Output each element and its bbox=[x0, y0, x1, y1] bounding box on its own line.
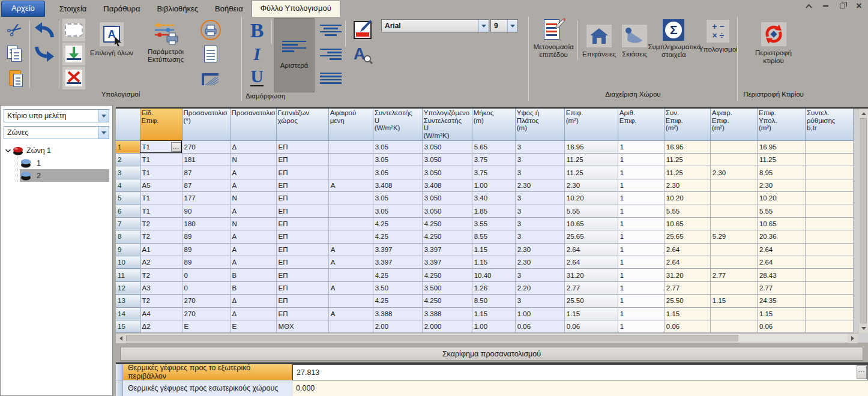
surfaces-button[interactable]: Επιφάνειες bbox=[580, 23, 618, 59]
table-cell[interactable]: 3 bbox=[515, 217, 564, 230]
scroll-thumb[interactable] bbox=[860, 118, 867, 323]
table-cell[interactable]: 180 bbox=[182, 217, 230, 230]
table-cell[interactable]: 1.15 bbox=[757, 307, 805, 320]
table-cell[interactable]: 3.40 bbox=[472, 192, 515, 205]
table-cell[interactable]: 16.95 bbox=[564, 140, 618, 153]
table-cell[interactable]: Ε bbox=[230, 320, 276, 333]
table-cell[interactable]: Α bbox=[328, 281, 373, 294]
column-header[interactable]: Προσανατολισ (°) bbox=[182, 109, 230, 140]
table-cell[interactable]: 3.05 bbox=[373, 140, 422, 153]
thermal-value-external[interactable]: 27.813 ... bbox=[292, 364, 868, 380]
table-cell[interactable]: 10.40 bbox=[472, 269, 515, 281]
table-cell[interactable]: 90 bbox=[182, 205, 230, 217]
table-cell[interactable]: 3.397 bbox=[373, 243, 422, 256]
restore-button[interactable] bbox=[837, 2, 848, 10]
table-cell[interactable]: 3 bbox=[515, 140, 564, 153]
table-cell[interactable]: 3.50 bbox=[373, 281, 422, 294]
row-number[interactable]: 14 bbox=[116, 307, 140, 320]
table-cell[interactable]: 2.77 bbox=[564, 281, 618, 294]
table-cell[interactable] bbox=[805, 153, 853, 166]
menu-item-elements[interactable]: Στοιχεία bbox=[51, 1, 95, 17]
table-cell[interactable]: 2.64 bbox=[757, 256, 805, 269]
table-cell[interactable] bbox=[710, 243, 757, 256]
table-cell[interactable] bbox=[805, 192, 853, 205]
table-cell[interactable]: 270 bbox=[182, 307, 230, 320]
table-cell[interactable]: 4.250 bbox=[422, 230, 472, 243]
row-number[interactable]: 1 bbox=[116, 140, 140, 153]
table-cell[interactable]: 4.25 bbox=[373, 217, 422, 230]
column-header[interactable]: Επιφ. (m²) bbox=[564, 109, 618, 140]
table-cell[interactable]: Ν bbox=[230, 217, 276, 230]
table-cell[interactable] bbox=[805, 166, 853, 179]
calculations-button[interactable]: + −× ÷ Υπολογισμοί bbox=[696, 18, 740, 55]
undo-button[interactable] bbox=[33, 19, 56, 41]
scroll-thumb[interactable] bbox=[126, 335, 738, 341]
table-cell[interactable]: Α bbox=[328, 179, 373, 191]
horizontal-scrollbar[interactable] bbox=[116, 333, 858, 343]
table-cell[interactable]: 3.408 bbox=[373, 179, 422, 191]
table-cell[interactable]: 10.20 bbox=[664, 192, 710, 205]
table-cell[interactable]: 2.64 bbox=[757, 243, 805, 256]
table-cell[interactable] bbox=[805, 269, 853, 281]
table-cell[interactable]: Α bbox=[230, 230, 276, 243]
column-header[interactable]: Είδ. Επιφ. bbox=[140, 109, 182, 140]
table-cell[interactable]: 25.65 bbox=[564, 230, 618, 243]
table-cell[interactable]: 3.050 bbox=[422, 192, 472, 205]
column-header[interactable]: Γειτνιάζων χώρος bbox=[276, 109, 328, 140]
table-cell[interactable]: Α bbox=[328, 256, 373, 269]
table-cell[interactable]: Α bbox=[230, 205, 276, 217]
table-cell[interactable]: Β bbox=[230, 269, 276, 281]
table-cell[interactable]: 4.25 bbox=[373, 295, 422, 307]
table-cell[interactable]: 1 bbox=[618, 281, 664, 294]
table-cell[interactable]: ΕΠ bbox=[276, 153, 328, 166]
column-header[interactable]: Συν. Επιφ. (m²) bbox=[664, 109, 710, 140]
print-params-button[interactable]: Παράμετροι Εκτύπωσης bbox=[137, 20, 194, 65]
font-family-select[interactable]: Arial bbox=[381, 19, 489, 32]
table-cell[interactable] bbox=[805, 281, 853, 294]
table-cell[interactable]: 3 bbox=[515, 295, 564, 307]
table-cell[interactable] bbox=[805, 230, 853, 243]
table-cell[interactable]: Τ2 bbox=[140, 295, 182, 307]
table-cell[interactable]: 3.75 bbox=[472, 166, 515, 179]
menu-item-windows[interactable]: Παράθυρα bbox=[95, 1, 148, 17]
column-header[interactable]: Υπολογιζόμενο Συντελεστής U (W/m²K) bbox=[422, 109, 472, 140]
row-number[interactable]: 11 bbox=[116, 269, 140, 281]
table-cell[interactable]: 3 bbox=[515, 166, 564, 179]
table-cell[interactable]: 1 bbox=[618, 320, 664, 333]
zones-select[interactable]: Ζώνες bbox=[4, 126, 109, 139]
ellipsis-button[interactable]: ... bbox=[857, 365, 867, 379]
table-cell[interactable]: ΕΠ bbox=[276, 140, 328, 153]
table-cell[interactable]: 1.15 bbox=[472, 256, 515, 269]
table-cell[interactable]: 2.30 bbox=[710, 166, 757, 179]
table-cell[interactable]: ΕΠ bbox=[276, 166, 328, 179]
table-cell[interactable]: 11.25 bbox=[757, 153, 805, 166]
table-cell[interactable]: 1 bbox=[618, 243, 664, 256]
table-cell[interactable]: 25.50 bbox=[564, 295, 618, 307]
ribbon-collapse-button[interactable] bbox=[803, 2, 814, 10]
table-cell[interactable] bbox=[805, 243, 853, 256]
row-number[interactable]: 15 bbox=[116, 320, 140, 333]
row-number[interactable]: 3 bbox=[116, 166, 140, 179]
table-cell[interactable]: 2.30 bbox=[564, 179, 618, 191]
row-number[interactable]: 9 bbox=[116, 243, 140, 256]
table-cell[interactable]: 2.30 bbox=[515, 179, 564, 191]
table-cell[interactable]: 3.397 bbox=[422, 256, 472, 269]
chevron-down-icon[interactable] bbox=[478, 20, 489, 32]
row-number[interactable]: 2 bbox=[116, 153, 140, 166]
table-cell[interactable]: ΕΠ bbox=[276, 281, 328, 294]
table-cell[interactable]: 1 bbox=[618, 153, 664, 166]
copy-button[interactable] bbox=[4, 43, 26, 65]
menu-item-help[interactable]: Βοήθεια bbox=[206, 1, 252, 17]
redo-button[interactable] bbox=[33, 43, 56, 65]
table-cell[interactable] bbox=[805, 320, 853, 333]
table-cell[interactable]: 1.00 bbox=[472, 320, 515, 333]
table-cell[interactable]: 1.15 bbox=[564, 307, 618, 320]
table-cell[interactable]: Δ bbox=[230, 140, 276, 153]
table-cell[interactable]: 3.388 bbox=[422, 307, 472, 320]
table-cell[interactable]: Β bbox=[230, 281, 276, 294]
table-cell[interactable] bbox=[710, 256, 757, 269]
table-cell[interactable]: 1.00 bbox=[472, 179, 515, 191]
table-cell[interactable]: 2.77 bbox=[757, 281, 805, 294]
table-cell[interactable]: Ν bbox=[230, 192, 276, 205]
table-cell[interactable]: 3 bbox=[515, 205, 564, 217]
